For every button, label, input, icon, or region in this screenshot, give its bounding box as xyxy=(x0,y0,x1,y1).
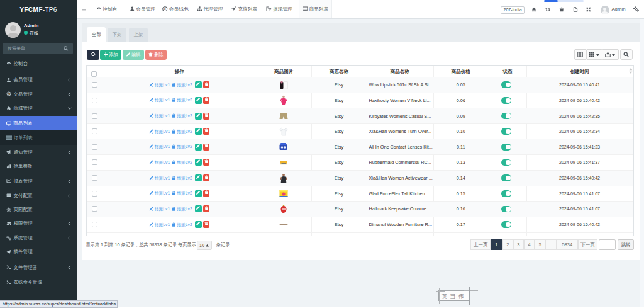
svg-text:B: B xyxy=(8,93,10,96)
svg-text:¥: ¥ xyxy=(164,7,166,11)
